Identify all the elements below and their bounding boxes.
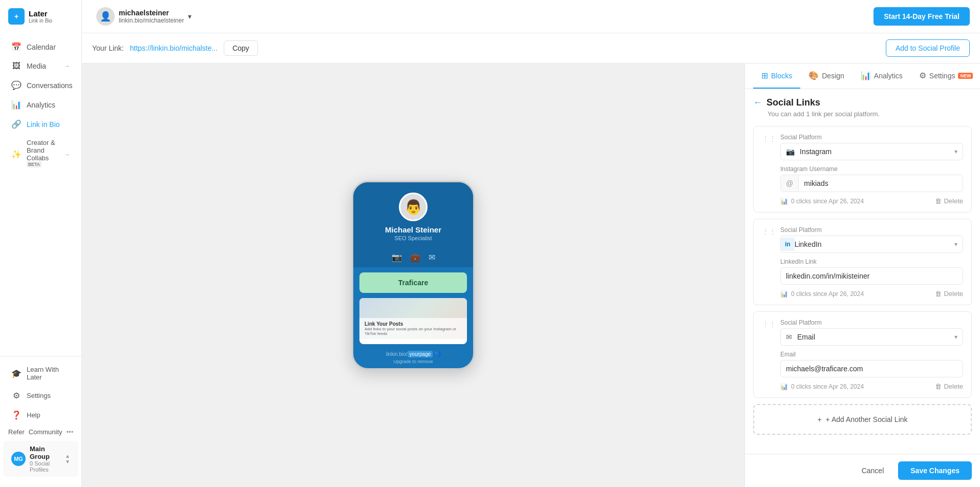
link-url[interactable]: https://linkin.bio/michalste... [130,44,218,52]
phone-name: Michael Steiner [385,225,441,234]
sidebar-item-media[interactable]: 🖼 Media → [3,57,78,75]
phone-card-image: Link Your Posts Add links to your social… [359,298,467,339]
workspace-info: Main Group 0 Social Profiles [30,445,61,473]
workspace[interactable]: MG Main Group 0 Social Profiles ▲▼ [3,441,78,477]
plus-icon: + [817,415,821,424]
right-panel: ⊞ Blocks 🎨 Design 📊 Analytics ⚙ Settings… [744,63,980,487]
chart-icon-email: 📊 [780,383,788,390]
drag-handle-email[interactable]: ⋮⋮ [762,319,776,390]
workspace-name: Main Group [30,445,61,460]
sidebar-item-analytics[interactable]: 📊 Analytics [3,95,78,114]
social-links-header: ← Social Links [753,97,972,108]
refer-label: Refer [8,428,25,436]
learn-icon: 🎓 [11,369,22,378]
username-field-instagram[interactable]: @ [780,175,963,192]
conversations-icon: 💬 [11,80,22,90]
trash-icon-email: 🗑 [935,383,942,390]
username-label-instagram: Instagram Username [780,165,963,173]
tab-design-label: Design [822,72,844,80]
sidebar-label-analytics: Analytics [27,101,55,109]
tab-settings[interactable]: ⚙ Settings NEW [911,63,980,89]
media-arrow: → [64,62,70,70]
trial-button[interactable]: Start 14-Day Free Trial [874,7,970,26]
sidebar-label-help: Help [27,411,40,419]
phone-avatar: 👨 [399,193,428,221]
add-to-social-button[interactable]: Add to Social Profile [886,39,970,57]
field-group-link-linkedin: LinkedIn Link [780,258,963,285]
sidebar-item-link-in-bio[interactable]: 🔗 Link in Bio [3,115,78,134]
sidebar-item-settings[interactable]: ⚙ Settings [3,386,78,405]
phone-link-posts-card: Link Your Posts Add links to your social… [359,298,467,344]
email-input[interactable] [780,360,963,377]
platform-select-linkedin[interactable]: in LinkedIn Instagram Email ▾ [780,236,963,253]
sidebar-item-calendar[interactable]: 📅 Calendar [3,37,78,56]
instagram-platform-dropdown[interactable]: Instagram LinkedIn Email [800,143,963,160]
workspace-chevrons: ▲▼ [65,453,70,464]
chart-icon-instagram: 📊 [780,198,788,205]
social-link-card-email: ⋮⋮ Social Platform ✉ Email Instagram Lin… [753,311,972,398]
sidebar-nav: 📅 Calendar 🖼 Media → 💬 Conversations 📊 A… [0,35,81,356]
clicks-text-linkedin: 0 clicks since Apr 26, 2024 [791,290,864,298]
delete-button-email[interactable]: 🗑 Delete [935,383,963,390]
field-group-platform-linkedin: Social Platform in LinkedIn Instagram Em… [780,226,963,253]
topbar: 👤 michaelsteiner linkin.bio/michaelstein… [82,0,980,33]
sidebar-item-creator-brand[interactable]: ✨ Creator & BrandCollabs BETA → [3,134,78,175]
back-button[interactable]: ← [753,97,762,108]
design-icon: 🎨 [808,71,819,80]
field-group-platform-email: Social Platform ✉ Email Instagram Linked… [780,319,963,346]
sidebar-item-learn-later[interactable]: 🎓 Learn With Later [3,361,78,386]
phone-instagram-icon: 📷 [392,252,402,262]
phone-header: 👨 Michael Steiner SEO Specialist [353,182,473,247]
tab-blocks[interactable]: ⊞ Blocks [753,63,800,89]
workspace-profiles: 0 Social Profiles [30,460,61,473]
email-platform-icon: ✉ [781,329,797,345]
help-icon: ❓ [11,410,22,420]
tab-analytics[interactable]: 📊 Analytics [853,63,911,89]
phone-linkedin-icon: 💼 [410,252,420,262]
creator-brand-icon: ✨ [11,150,22,159]
copy-button[interactable]: Copy [224,40,258,56]
delete-button-instagram[interactable]: 🗑 Delete [935,197,963,205]
platform-label-linkedin: Social Platform [780,226,963,234]
profile-selector[interactable]: 👤 michaelsteiner linkin.bio/michaelstein… [92,5,196,28]
profile-dropdown-icon[interactable]: ▾ [188,12,191,20]
sidebar-item-conversations[interactable]: 💬 Conversations [3,76,78,95]
social-links-subtitle: You can add 1 link per social platform. [768,110,972,118]
email-platform-dropdown[interactable]: Email Instagram LinkedIn [797,329,963,345]
sidebar-label-settings: Settings [27,392,51,399]
content-area: 👨 Michael Steiner SEO Specialist 📷 💼 ✉ T… [82,63,980,487]
link-input-linkedin[interactable] [780,267,963,285]
calendar-icon: 📅 [11,42,22,52]
sidebar-item-help[interactable]: ❓ Help [3,406,78,425]
platform-select-instagram[interactable]: 📷 Instagram LinkedIn Email ▾ [780,143,963,160]
save-changes-button[interactable]: Save Changes [898,461,972,480]
analytics-icon: 📊 [11,100,22,110]
phone-cta-button[interactable]: Traficare [359,272,467,293]
sidebar-label-link-in-bio: Link in Bio [27,120,60,129]
upgrade-text: Upgrade to remove [393,359,433,364]
refer-dots[interactable]: ••• [67,428,74,436]
add-social-link-button[interactable]: + + Add Another Social Link [753,404,972,435]
tab-design[interactable]: 🎨 Design [800,63,853,89]
sidebar-label-conversations: Conversations [27,81,73,90]
clicks-text-instagram: 0 clicks since Apr 26, 2024 [791,198,864,205]
drag-handle-instagram[interactable]: ⋮⋮ [762,134,776,205]
social-link-card-instagram: ⋮⋮ Social Platform 📷 Instagram LinkedIn … [753,126,972,213]
tab-analytics-icon: 📊 [861,71,871,80]
linkedin-platform-icon: in [781,238,795,251]
linkedin-platform-dropdown[interactable]: LinkedIn Instagram Email [795,236,963,252]
blocks-icon: ⊞ [761,71,768,80]
drag-handle-linkedin[interactable]: ⋮⋮ [762,226,776,298]
cancel-button[interactable]: Cancel [854,462,892,479]
platform-select-email[interactable]: ✉ Email Instagram LinkedIn ▾ [780,328,963,346]
sidebar-label-calendar: Calendar [27,43,56,51]
tab-blocks-label: Blocks [771,72,792,80]
creator-brand-arrow: → [64,151,70,158]
phone-role: SEO Specialist [394,235,432,241]
delete-button-linkedin[interactable]: 🗑 Delete [935,290,963,298]
add-social-label: + Add Another Social Link [826,415,908,424]
phone-social-icons: 📷 💼 ✉ [353,247,473,267]
trash-icon-instagram: 🗑 [935,197,942,205]
username-input-instagram[interactable] [799,175,963,192]
panel-footer: Cancel Save Changes [745,454,980,487]
